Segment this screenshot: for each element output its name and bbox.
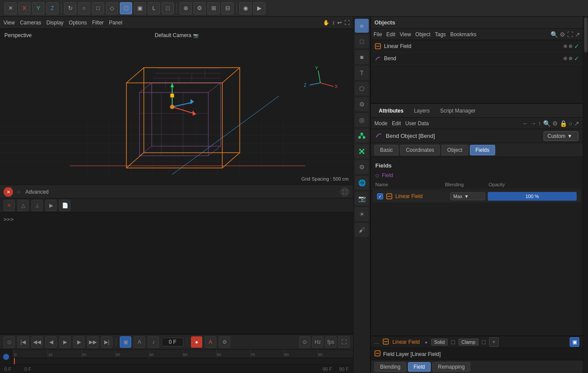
tab-script-manager[interactable]: Script Manager [436, 106, 480, 116]
line-tool[interactable]: L [148, 2, 160, 14]
objects-menu-view[interactable]: View [400, 31, 411, 38]
field-layer-clamp-tag[interactable]: Clamp [459, 339, 479, 346]
scrollbar-thumb[interactable] [584, 17, 588, 52]
viewport-menu-options[interactable]: Options [69, 20, 87, 26]
attr-settings-icon[interactable]: ⚙ [552, 120, 558, 127]
attr-menu-user-data[interactable]: User Data [405, 120, 429, 127]
tl-key-button[interactable]: A [134, 336, 145, 348]
field-row-linear[interactable]: ✓ Linear Field Max ▼ [373, 190, 581, 202]
side-icon-target[interactable]: ◎ [355, 113, 369, 127]
viewport-fullscreen-icon[interactable]: ⛶ [344, 20, 350, 26]
objects-external-icon[interactable]: ↗ [575, 31, 580, 38]
viewport-undo-icon[interactable]: ↩ [337, 20, 342, 26]
prop-tab-basic[interactable]: Basic [374, 145, 398, 155]
attr-circle-icon[interactable]: ○ [569, 120, 572, 127]
grid-tool[interactable]: ▣ [134, 2, 146, 14]
right-scrollbar[interactable] [583, 17, 588, 373]
tl-play-button[interactable]: ▶ [59, 336, 71, 348]
y-axis-button[interactable]: Y [32, 2, 44, 14]
side-icon-light[interactable]: ☀ [355, 207, 369, 221]
tl-audio-button[interactable]: ♪ [148, 336, 159, 348]
prop-tab-fields[interactable]: Fields [470, 145, 495, 155]
attr-menu-mode[interactable]: Mode [374, 120, 387, 127]
side-icon-gear[interactable]: ⚙ [355, 97, 369, 111]
fl-tab-remapping[interactable]: Remapping [432, 362, 470, 372]
snap-tool[interactable]: ⊕ [180, 2, 192, 14]
side-icon-brush[interactable]: 🖌 [355, 223, 369, 237]
console-snap-button[interactable]: ⊥ [31, 200, 43, 211]
tl-select-button[interactable]: ▣ [120, 336, 131, 348]
tl-next-frame-button[interactable]: ▶ [73, 336, 85, 348]
tl-frame-counter[interactable]: 0 F [162, 338, 184, 346]
grid-snap-tool[interactable]: ⊞ [207, 2, 220, 14]
bend-check[interactable]: ✓ [574, 55, 579, 62]
tl-hz-button[interactable]: Hz [312, 336, 323, 348]
tl-record-button[interactable]: ● [191, 336, 202, 348]
square-tool[interactable]: □ [92, 2, 104, 14]
grid-snap2-tool[interactable]: ⊟ [221, 2, 234, 14]
prop-tab-object[interactable]: Object [442, 145, 468, 155]
object-row-linear-field[interactable]: Linear Field ✓ [371, 40, 583, 52]
tab-attributes[interactable]: Attributes [374, 106, 408, 116]
objects-filter-icon[interactable]: ⚙ [560, 31, 565, 38]
attr-up-icon[interactable]: ↑ [538, 120, 541, 127]
field-layer-add-icon[interactable]: + [489, 337, 499, 347]
objects-expand-icon[interactable]: ⛶ [567, 31, 573, 38]
viewport-move-icon[interactable]: ↕ [332, 20, 335, 26]
tl-next-key-button[interactable]: ▶▶ [87, 336, 99, 348]
field-checkbox[interactable]: ✓ [377, 193, 383, 199]
tl-record-auto-button[interactable]: A [205, 336, 216, 348]
console-doc-button[interactable]: 📄 [59, 200, 71, 211]
objects-menu-object[interactable]: Object [415, 31, 431, 38]
tl-circular-button[interactable]: ⊙ [299, 336, 310, 348]
viewport-menu-filter[interactable]: Filter [92, 20, 104, 26]
objects-menu-tags[interactable]: Tags [435, 31, 446, 38]
diamond-tool[interactable]: ◇ [106, 2, 118, 14]
tl-skip-end-button[interactable]: ▶| [101, 336, 112, 348]
side-icon-camera[interactable]: 📷 [355, 192, 369, 205]
linear-field-check[interactable]: ✓ [574, 43, 579, 50]
x-axis-button[interactable]: X [18, 2, 31, 14]
tl-diamond-button[interactable]: ◇ [3, 336, 15, 348]
objects-menu-file[interactable]: File [374, 31, 382, 38]
rotate-button[interactable]: ↻ [64, 2, 76, 14]
eye-tool[interactable]: ◉ [239, 2, 252, 14]
console-maximize-button[interactable]: ⛶ [340, 187, 350, 197]
settings-tool[interactable]: ⚙ [194, 2, 206, 14]
attr-expand-icon[interactable]: ↗ [574, 120, 579, 127]
attr-search-icon[interactable]: 🔍 [543, 120, 551, 127]
side-icon-settings2[interactable]: ⚙ [355, 160, 369, 174]
viewport-menu-view[interactable]: View [3, 20, 15, 26]
side-icon-node[interactable] [355, 129, 369, 143]
objects-search-icon[interactable]: 🔍 [551, 31, 558, 38]
objects-menu-bookmarks[interactable]: Bookmarks [450, 31, 476, 38]
circle-tool[interactable]: ○ [78, 2, 90, 14]
more-tool[interactable]: ▶ [253, 2, 265, 14]
tl-expand-button[interactable]: ⛶ [338, 336, 350, 348]
close-button[interactable]: ✕ [4, 2, 17, 14]
viewport-menu-cameras[interactable]: Cameras [20, 20, 41, 26]
side-icon-hex[interactable]: ⬡ [355, 82, 369, 96]
console-close-button[interactable]: ✕ [3, 187, 13, 197]
side-icon-solid[interactable]: ■ [355, 50, 369, 64]
viewport-menu-display[interactable]: Display [46, 20, 63, 26]
fl-tab-field[interactable]: Field [408, 362, 431, 372]
side-icon-box[interactable]: □ [355, 34, 369, 48]
side-icon-mode[interactable]: ○ [355, 19, 369, 33]
tab-layers[interactable]: Layers [410, 106, 434, 116]
prop-tab-coordinates[interactable]: Coordinates [400, 145, 440, 155]
side-icon-globe[interactable]: 🌐 [355, 176, 369, 190]
z-axis-button[interactable]: Z [46, 2, 58, 14]
field-opacity-bar[interactable]: 100 % [488, 192, 577, 201]
field-layer-solid-tag[interactable]: Solid [431, 339, 448, 346]
fl-tab-blending[interactable]: Blending [374, 362, 406, 372]
field-blend-dropdown[interactable]: Max ▼ [450, 192, 485, 200]
viewport-menu-panel[interactable]: Panel [109, 20, 122, 26]
console-triangle-button[interactable]: △ [17, 200, 29, 211]
attr-menu-edit[interactable]: Edit [392, 120, 401, 127]
object-row-bend[interactable]: Bend ✓ [371, 52, 583, 65]
timeline-frames[interactable] [12, 358, 353, 364]
side-icon-text[interactable]: T [355, 66, 369, 80]
tl-prev-key-button[interactable]: ◀◀ [31, 336, 43, 348]
console-stop-button[interactable]: ✕ [3, 200, 15, 211]
